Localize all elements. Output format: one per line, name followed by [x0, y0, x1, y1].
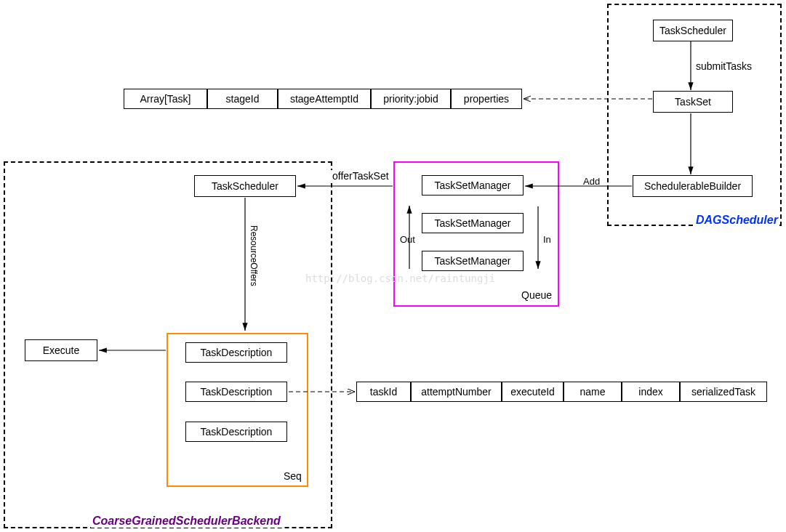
taskset-field-properties: properties	[451, 89, 522, 109]
submit-tasks-label: submitTasks	[694, 60, 753, 72]
backend-title: CoarseGrainedSchedulerBackend	[91, 515, 282, 528]
taskset-field-priority: priority:jobid	[371, 89, 451, 109]
seq-item-label: TaskDescription	[201, 426, 273, 438]
execute-label: Execute	[43, 344, 80, 356]
field-label: priority:jobid	[383, 93, 438, 105]
watermark: http://blog.csdn.net/raintungji	[305, 273, 495, 284]
queue-out-label: Out	[398, 234, 417, 245]
td-field-executeid: executeId	[502, 382, 564, 402]
field-label: index	[638, 386, 662, 398]
add-label: Add	[582, 176, 601, 187]
seq-label: Seq	[282, 470, 303, 482]
dag-task-scheduler: TaskScheduler	[653, 20, 733, 41]
field-label: taskId	[370, 386, 397, 398]
taskset-field-array: Array[Task]	[124, 89, 207, 109]
field-label: properties	[464, 93, 509, 105]
offer-taskset-label: offerTaskSet	[331, 170, 390, 182]
td-field-attempt: attemptNumber	[411, 382, 502, 402]
taskset-field-stageid: stageId	[207, 89, 278, 109]
td-field-index: index	[622, 382, 680, 402]
seq-item-label: TaskDescription	[201, 386, 273, 398]
field-label: name	[580, 386, 605, 398]
dag-task-scheduler-label: TaskScheduler	[659, 25, 726, 36]
seq-item-3: TaskDescription	[185, 422, 287, 442]
field-label: Array[Task]	[140, 93, 191, 105]
resource-offers-label: ResourceOffers	[247, 225, 260, 286]
seq-item-label: TaskDescription	[201, 347, 273, 358]
seq-item-1: TaskDescription	[185, 342, 287, 363]
queue-item-1: TaskSetManager	[422, 175, 524, 196]
field-label: stageAttemptId	[290, 93, 358, 105]
queue-label: Queue	[520, 289, 553, 301]
schedulerable-builder-label: SchedulerableBuilder	[644, 180, 741, 192]
queue-item-3: TaskSetManager	[422, 251, 524, 271]
backend-task-scheduler: TaskScheduler	[194, 175, 296, 197]
queue-item-label: TaskSetManager	[434, 255, 510, 267]
queue-in-label: In	[542, 234, 553, 245]
queue-item-label: TaskSetManager	[434, 217, 510, 229]
td-field-serialized: serializedTask	[680, 382, 767, 402]
field-label: serializedTask	[691, 386, 755, 398]
queue-item-label: TaskSetManager	[434, 180, 510, 191]
schedulerable-builder: SchedulerableBuilder	[633, 175, 753, 197]
taskset-label: TaskSet	[675, 96, 711, 108]
seq-item-2: TaskDescription	[185, 382, 287, 402]
taskset: TaskSet	[653, 91, 733, 113]
backend-task-scheduler-label: TaskScheduler	[212, 180, 278, 192]
field-label: attemptNumber	[421, 386, 491, 398]
taskset-field-attempt: stageAttemptId	[278, 89, 371, 109]
queue-item-2: TaskSetManager	[422, 213, 524, 233]
dag-scheduler-title: DAGScheduler	[694, 214, 779, 227]
td-field-name: name	[564, 382, 622, 402]
field-label: stageId	[226, 93, 260, 105]
td-field-taskid: taskId	[356, 382, 411, 402]
field-label: executeId	[510, 386, 555, 398]
execute-box: Execute	[25, 339, 97, 361]
